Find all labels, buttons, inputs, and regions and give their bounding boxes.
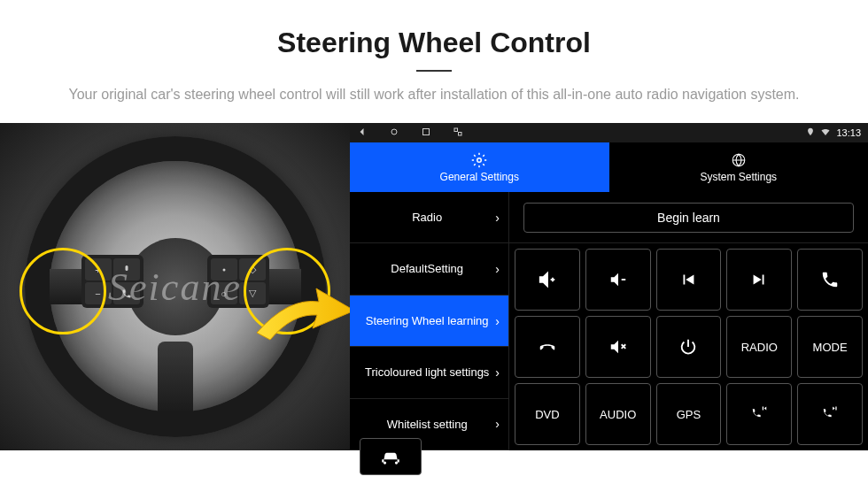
chevron-right-icon: › (495, 262, 500, 276)
volume-down-icon (608, 270, 628, 289)
tab-label: System Settings (700, 171, 777, 183)
head-unit-screen: 13:13 General Settings System Settings R… (350, 123, 868, 450)
svg-rect-3 (454, 128, 458, 132)
car-icon (379, 449, 402, 465)
steering-wheel-photo: + − ◇ ○ ▽ Seicane (0, 123, 350, 450)
svg-point-0 (222, 268, 225, 271)
android-status-bar: 13:13 (350, 123, 868, 142)
settings-item-label: Radio (359, 211, 495, 225)
chevron-right-icon: › (495, 365, 500, 380)
title-underline (416, 70, 452, 72)
location-icon (806, 127, 815, 138)
svg-rect-4 (459, 133, 462, 136)
page-title: Steering Wheel Control (53, 27, 815, 59)
settings-item-steering-wheel[interactable]: Steering Wheel learning › (350, 296, 509, 347)
settings-item-default[interactable]: DefaultSetting › (350, 243, 509, 295)
phone-next-icon (820, 404, 840, 424)
settings-item-label: DefaultSetting (359, 262, 495, 276)
clock-text: 13:13 (836, 127, 861, 138)
settings-list: Radio › DefaultSetting › Steering Wheel … (350, 192, 509, 450)
wheel-minus-icon: − (85, 282, 112, 304)
power-icon (678, 337, 698, 357)
gear-icon (471, 152, 487, 168)
swc-car-button[interactable] (360, 438, 422, 475)
swc-mode-button[interactable]: MODE (797, 316, 863, 378)
wheel-voice-icon (113, 258, 140, 280)
page-subtitle: Your original car's steering wheel contr… (53, 84, 815, 105)
wheel-button-cluster-right: ◇ ○ ▽ (207, 255, 269, 308)
swc-radio-button[interactable]: RADIO (726, 316, 792, 378)
swc-power-button[interactable] (656, 316, 722, 378)
chevron-right-icon: › (495, 314, 500, 328)
wheel-plus-icon: + (85, 258, 112, 280)
settings-item-label: Whitelist setting (359, 418, 495, 432)
swc-audio-button[interactable]: AUDIO (585, 383, 651, 445)
begin-learn-button[interactable]: Begin learn (523, 203, 854, 233)
settings-item-radio[interactable]: Radio › (350, 192, 509, 243)
wheel-button-cluster-left: + − (81, 255, 143, 308)
phone-icon (820, 270, 840, 289)
wheel-up-icon: ○ (211, 282, 237, 304)
swc-call-button[interactable] (797, 249, 863, 311)
swc-next-button[interactable] (726, 249, 792, 311)
settings-item-tricoloured[interactable]: Tricoloured light settings › (350, 347, 509, 398)
home-icon[interactable] (389, 127, 399, 139)
chevron-right-icon: › (495, 417, 500, 431)
swc-hangup-button[interactable] (515, 316, 580, 378)
phone-prev-icon (749, 404, 769, 424)
recent-apps-icon[interactable] (421, 127, 431, 139)
next-track-icon (749, 270, 769, 289)
prev-track-icon (678, 270, 698, 289)
mute-icon (608, 337, 628, 357)
swc-dvd-button[interactable]: DVD (515, 383, 580, 445)
back-icon[interactable] (357, 127, 368, 139)
wheel-diamond-icon: ◇ (239, 258, 266, 280)
svg-rect-2 (423, 129, 430, 135)
swc-call-next-button[interactable] (797, 383, 863, 445)
svg-point-5 (477, 157, 482, 162)
wheel-down-icon: ▽ (239, 282, 266, 304)
wheel-phone-icon (113, 282, 140, 304)
wifi-icon (820, 127, 831, 139)
swc-mute-button[interactable] (585, 316, 651, 378)
tab-system-settings[interactable]: System Settings (609, 142, 869, 192)
hangup-icon (538, 337, 557, 357)
screenshot-icon[interactable] (453, 127, 463, 139)
swc-gps-button[interactable]: GPS (656, 383, 722, 445)
settings-item-label: Tricoloured light settings (359, 365, 495, 380)
swc-vol-up-button[interactable] (515, 249, 580, 311)
svg-point-1 (391, 129, 397, 134)
volume-up-icon (538, 270, 557, 289)
tab-general-settings[interactable]: General Settings (350, 142, 609, 192)
settings-item-label: Steering Wheel learning (359, 314, 495, 328)
wheel-source-icon (211, 258, 237, 280)
tab-label: General Settings (440, 171, 519, 183)
swc-vol-down-button[interactable] (585, 249, 651, 311)
chevron-right-icon: › (495, 211, 500, 225)
swc-call-prev-button[interactable] (726, 383, 792, 445)
globe-icon (731, 152, 747, 168)
swc-prev-button[interactable] (656, 249, 722, 311)
